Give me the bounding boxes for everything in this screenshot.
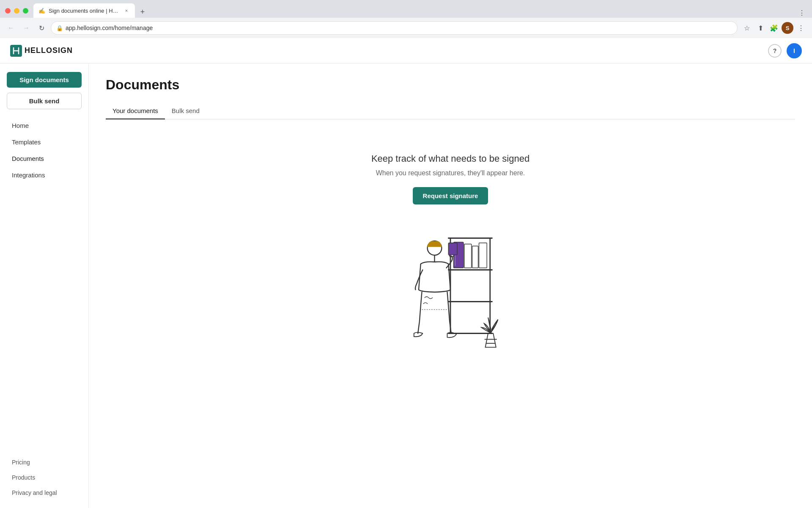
back-button[interactable]: ← xyxy=(5,22,17,34)
sidebar-footer-pricing[interactable]: Pricing xyxy=(7,456,82,469)
sign-documents-button[interactable]: Sign documents xyxy=(7,72,82,88)
svg-rect-15 xyxy=(448,243,457,255)
profile-button[interactable]: S xyxy=(782,22,793,34)
tab-bulk-send[interactable]: Bulk send xyxy=(165,103,206,119)
content-area: Documents Your documents Bulk send Keep … xyxy=(89,64,812,508)
profile-avatar: S xyxy=(782,22,793,34)
empty-state-title: Keep track of what needs to be signed xyxy=(371,153,529,164)
svg-rect-9 xyxy=(464,244,472,268)
browser-menu-dots[interactable]: ⋮ xyxy=(795,22,807,34)
tab-close-button[interactable]: × xyxy=(123,7,130,14)
brand-wordmark: HELLOSIGN xyxy=(25,46,73,55)
sidebar-item-documents[interactable]: Documents xyxy=(7,151,82,166)
address-bar[interactable]: 🔒 app.hellosign.com/home/manage xyxy=(51,21,738,35)
sidebar-item-home[interactable]: Home xyxy=(7,118,82,133)
request-signature-button[interactable]: Request signature xyxy=(413,187,488,204)
tabs-row: Your documents Bulk send xyxy=(106,103,795,119)
empty-state: Keep track of what needs to be signed Wh… xyxy=(106,136,795,370)
lock-icon: 🔒 xyxy=(56,25,63,31)
sidebar-bottom: Pricing Products Privacy and legal xyxy=(7,456,82,500)
sidebar-footer-privacy[interactable]: Privacy and legal xyxy=(7,486,82,500)
tab-title: Sign documents online | Hello… xyxy=(49,8,120,14)
brand-mark: HELLOSIGN xyxy=(10,45,73,57)
svg-rect-11 xyxy=(479,243,487,268)
window-minimize-button[interactable] xyxy=(14,8,19,14)
sidebar-item-templates[interactable]: Templates xyxy=(7,134,82,150)
bulk-send-button[interactable]: Bulk send xyxy=(7,93,82,109)
main-layout: Sign documents Bulk send Home Templates … xyxy=(0,64,812,508)
bookmark-star-button[interactable]: ☆ xyxy=(741,22,753,34)
header-right: ? I xyxy=(768,43,802,58)
window-maximize-button[interactable] xyxy=(23,8,28,14)
empty-state-subtitle: When you request signatures, they'll app… xyxy=(376,169,525,177)
reload-button[interactable]: ↻ xyxy=(36,22,47,34)
browser-chrome: ✍ Sign documents online | Hello… × + ⋮ ←… xyxy=(0,0,812,38)
forward-button[interactable]: → xyxy=(20,22,32,34)
sidebar-nav: Home Templates Documents Integrations xyxy=(7,118,82,183)
share-button[interactable]: ⬆ xyxy=(754,22,766,34)
empty-state-illustration xyxy=(387,218,514,353)
sidebar-item-integrations[interactable]: Integrations xyxy=(7,167,82,183)
sidebar-top: Sign documents Bulk send Home Templates … xyxy=(7,72,82,183)
hellosign-logo-icon xyxy=(10,45,22,57)
app-container: HELLOSIGN ? I Sign documents Bulk send H… xyxy=(0,38,812,508)
illustration xyxy=(387,218,514,353)
window-close-button[interactable] xyxy=(5,8,11,14)
browser-menu-button[interactable]: ⋮ xyxy=(797,8,807,18)
tab-your-documents[interactable]: Your documents xyxy=(106,103,165,119)
help-button[interactable]: ? xyxy=(768,44,782,58)
user-avatar[interactable]: I xyxy=(787,43,802,58)
app-header: HELLOSIGN ? I xyxy=(0,38,812,64)
new-tab-button[interactable]: + xyxy=(137,6,148,18)
svg-rect-10 xyxy=(472,246,478,268)
sidebar-footer-products[interactable]: Products xyxy=(7,471,82,484)
brand-logo[interactable]: HELLOSIGN xyxy=(10,45,73,57)
tab-favicon: ✍ xyxy=(38,8,45,14)
url-text: app.hellosign.com/home/manage xyxy=(66,25,732,31)
browser-tab[interactable]: ✍ Sign documents online | Hello… × xyxy=(33,3,135,18)
page-title: Documents xyxy=(106,77,795,93)
sidebar: Sign documents Bulk send Home Templates … xyxy=(0,64,89,508)
extensions-button[interactable]: 🧩 xyxy=(768,22,780,34)
